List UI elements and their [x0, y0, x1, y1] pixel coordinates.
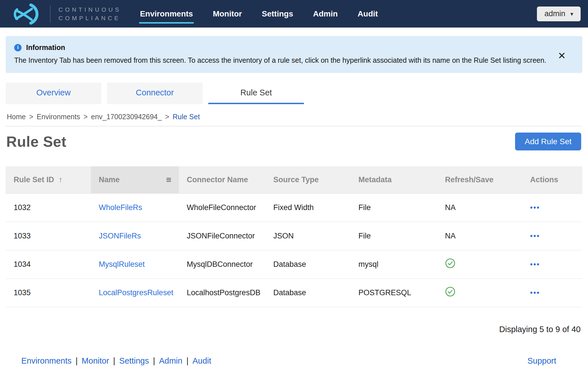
rule-set-name-link[interactable]: MysqlRuleset [99, 260, 145, 269]
footer-separator: | [75, 356, 78, 366]
footer-separator: | [153, 356, 155, 366]
cell-metadata: POSTGRESQL [350, 278, 437, 307]
banner-message: The Inventory Tab has been removed from … [14, 56, 557, 64]
sort-ascending-icon[interactable]: ↑ [59, 175, 63, 184]
rule-set-name-link[interactable]: WholeFileRs [99, 203, 142, 212]
cell-metadata: mysql [350, 250, 437, 278]
tab-rule-set[interactable]: Rule Set [208, 83, 304, 104]
cell-source-type: JSON [265, 222, 350, 250]
check-circle-icon[interactable] [445, 258, 455, 269]
close-icon[interactable]: ✕ [558, 51, 566, 60]
delphix-logo-icon [7, 3, 42, 25]
breadcrumb-separator: > [29, 113, 33, 121]
breadcrumb-rule-set[interactable]: Rule Set [173, 113, 200, 121]
breadcrumb-environment-name[interactable]: env_1700230942694_ [91, 113, 162, 121]
cell-source-type: Database [265, 250, 350, 278]
main-navigation: Environments Monitor Settings Admin Audi… [140, 8, 378, 20]
footer-link-settings[interactable]: Settings [119, 356, 149, 366]
brand-divider [50, 5, 51, 23]
breadcrumb-separator: > [165, 113, 169, 121]
information-banner: i Information The Inventory Tab has been… [6, 36, 582, 73]
brand-area: CONTINUOUS COMPLIANCE [7, 3, 121, 25]
cell-metadata: File [350, 222, 437, 250]
row-actions-menu-icon[interactable]: ••• [530, 204, 540, 212]
environment-tabs: Overview Connector Rule Set [6, 83, 582, 104]
rule-set-name-link[interactable]: JSONFileRs [99, 232, 141, 240]
cell-connector-name: JSONFileConnector [179, 222, 265, 250]
tab-connector[interactable]: Connector [107, 83, 203, 104]
footer-link-admin[interactable]: Admin [159, 356, 182, 366]
footer-link-environments[interactable]: Environments [21, 356, 72, 366]
footer-separator: | [186, 356, 189, 366]
table-row: 1032 WholeFileRs WholeFileConnector Fixe… [6, 193, 582, 222]
nav-item-audit[interactable]: Audit [358, 8, 378, 20]
page-header-row: Rule Set Add Rule Set [6, 133, 581, 150]
user-menu-label: admin [544, 9, 565, 18]
header-rule-set-id-label: Rule Set ID [14, 175, 54, 184]
nav-item-settings[interactable]: Settings [262, 8, 293, 20]
header-name[interactable]: Name ≡ [91, 166, 179, 193]
cell-connector-name: MysqlDBConnector [179, 250, 265, 278]
footer-separator: | [113, 356, 116, 366]
nav-item-monitor[interactable]: Monitor [213, 8, 242, 20]
tab-overview[interactable]: Overview [6, 83, 101, 104]
header-rule-set-id[interactable]: Rule Set ID ↑ [6, 166, 91, 193]
breadcrumb-separator: > [83, 113, 88, 121]
check-circle-icon[interactable] [445, 286, 455, 297]
table-row: 1034 MysqlRuleset MysqlDBConnector Datab… [6, 250, 582, 278]
support-link[interactable]: Support [527, 356, 556, 366]
table-row: 1035 LocalPostgresRuleset LocalhostPostg… [6, 278, 582, 307]
top-navbar: CONTINUOUS COMPLIANCE Environments Monit… [0, 0, 588, 28]
header-source-type[interactable]: Source Type [265, 166, 350, 193]
cell-source-type: Database [265, 278, 350, 307]
row-actions-menu-icon[interactable]: ••• [530, 232, 540, 240]
footer-links: Environments | Monitor | Settings | Admi… [21, 356, 211, 366]
header-actions: Actions [522, 166, 582, 193]
cell-rule-set-id: 1033 [6, 222, 91, 250]
cell-connector-name: WholeFileConnector [179, 193, 265, 222]
cell-refresh-save: NA [437, 193, 522, 222]
rule-set-table: Rule Set ID ↑ Name ≡ Connector Name Sour… [6, 166, 582, 307]
cell-connector-name: LocalhostPostgresDB [179, 278, 265, 307]
page-title: Rule Set [6, 133, 66, 150]
column-menu-icon[interactable]: ≡ [166, 175, 171, 185]
rule-set-name-link[interactable]: LocalPostgresRuleset [99, 288, 173, 297]
cell-metadata: File [350, 193, 437, 222]
nav-item-environments[interactable]: Environments [140, 8, 193, 20]
table-row: 1033 JSONFileRs JSONFileConnector JSON F… [6, 222, 582, 250]
banner-title: Information [26, 43, 65, 52]
table-header-row: Rule Set ID ↑ Name ≡ Connector Name Sour… [6, 166, 582, 193]
cell-refresh-save: NA [437, 222, 522, 250]
row-actions-menu-icon[interactable]: ••• [530, 260, 540, 269]
header-name-label: Name [99, 175, 120, 184]
pagination-status: Displaying 5 to 9 of 40 [0, 325, 581, 334]
breadcrumb: Home > Environments > env_1700230942694_… [6, 113, 582, 126]
nav-item-admin[interactable]: Admin [313, 8, 338, 20]
product-wordmark: CONTINUOUS COMPLIANCE [58, 5, 121, 22]
cell-rule-set-id: 1034 [6, 250, 91, 278]
cell-rule-set-id: 1035 [6, 278, 91, 307]
breadcrumb-home[interactable]: Home [7, 113, 26, 121]
footer-link-monitor[interactable]: Monitor [82, 356, 109, 366]
wordmark-line1: CONTINUOUS [58, 5, 121, 14]
info-icon: i [14, 44, 22, 51]
add-rule-set-button[interactable]: Add Rule Set [515, 133, 581, 150]
cell-source-type: Fixed Width [265, 193, 350, 222]
breadcrumb-environments[interactable]: Environments [37, 113, 80, 121]
wordmark-line2: COMPLIANCE [58, 14, 121, 22]
user-menu-button[interactable]: admin ▾ [537, 7, 581, 21]
row-actions-menu-icon[interactable]: ••• [530, 289, 540, 297]
header-metadata[interactable]: Metadata [350, 166, 437, 193]
page-footer: Environments | Monitor | Settings | Admi… [0, 356, 588, 366]
caret-down-icon: ▾ [570, 11, 573, 17]
header-refresh-save[interactable]: Refresh/Save [437, 166, 522, 193]
banner-title-row: i Information [14, 43, 557, 52]
cell-rule-set-id: 1032 [6, 193, 91, 222]
header-connector-name[interactable]: Connector Name [179, 166, 265, 193]
footer-link-audit[interactable]: Audit [192, 356, 211, 366]
